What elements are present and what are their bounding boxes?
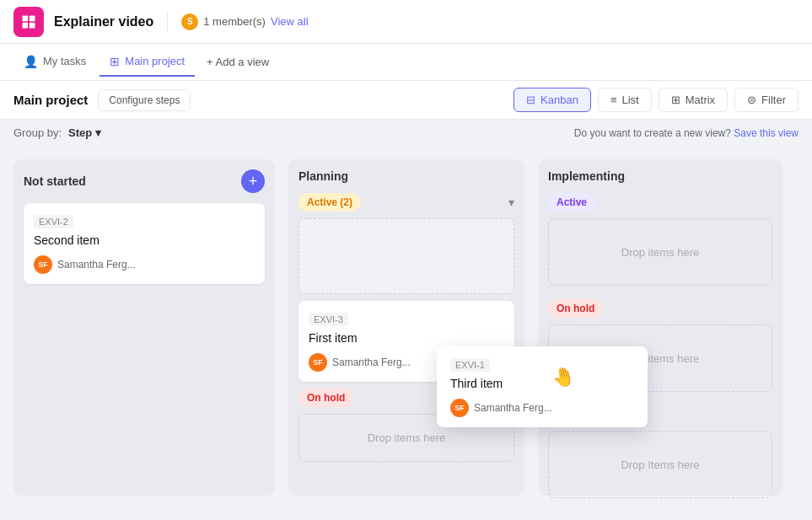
planning-active-header: Active (2) ▾ — [298, 193, 514, 212]
toolbar: Main project Configure steps ⊟ Kanban ≡ … — [0, 81, 812, 120]
group-by-label: Group by: — [13, 126, 62, 139]
tab-my-tasks[interactable]: 👤 My tasks — [13, 48, 96, 77]
column-not-started: Not started + EXVI-2 Second item SF Sama… — [13, 159, 275, 496]
implementing-active-drop-text: Drop items here — [621, 246, 699, 259]
filter-label: Filter — [761, 94, 786, 106]
top-bar: Explainer video S 1 member(s) View all — [0, 0, 812, 44]
step-label: Step — [68, 126, 92, 139]
list-icon: ≡ — [610, 94, 617, 106]
column-planning-header: Planning — [298, 169, 514, 183]
popup-avatar-name: Samantha Ferg... — [474, 402, 552, 414]
popup-avatar-sf: SF — [450, 399, 469, 417]
member-count: 1 member(s) — [203, 15, 266, 28]
planning-active-chevron[interactable]: ▾ — [508, 196, 514, 209]
chevron-down-icon: ▾ — [95, 126, 101, 139]
column-not-started-title: Not started — [24, 174, 86, 188]
grid-icon: ⊞ — [110, 55, 120, 68]
app-logo — [13, 7, 44, 37]
card-title-exvi2: Second item — [34, 233, 255, 247]
implementing-onhold-badge: On hold — [548, 299, 603, 318]
popup-card-id: EXVI-1 — [450, 358, 490, 372]
card-title-exvi3: First item — [309, 331, 504, 345]
main-project-label: Main project — [125, 55, 185, 67]
filter-button[interactable]: ⊜ Filter — [734, 88, 799, 112]
toolbar-right: ⊟ Kanban ≡ List ⊞ Matrix ⊜ Filter — [514, 88, 799, 112]
card-placeholder — [298, 218, 514, 294]
popup-card-avatar: SF Samantha Ferg... — [450, 399, 634, 417]
tab-main-project[interactable]: ⊞ Main project — [99, 48, 195, 77]
card-avatar-exvi2: SF Samantha Ferg... — [34, 255, 255, 274]
matrix-icon: ⊞ — [671, 94, 680, 106]
planning-onhold-badge: On hold — [298, 389, 353, 407]
project-title: Explainer video — [54, 14, 153, 29]
card-exvi-2[interactable]: EXVI-2 Second item SF Samantha Ferg... — [24, 203, 265, 284]
svg-rect-0 — [23, 15, 29, 21]
group-bar: Group by: Step ▾ Do you want to create a… — [0, 120, 812, 146]
kanban-view-button[interactable]: ⊟ Kanban — [514, 88, 591, 112]
implementing-done-drop-text: Drop Items here — [621, 458, 699, 471]
avatar-name-exvi2: Samantha Ferg... — [57, 259, 136, 271]
implementing-active-badge: Active — [548, 193, 595, 212]
column-not-started-header: Not started + — [24, 169, 265, 193]
column-implementing-header: Implementing — [548, 169, 772, 183]
svg-rect-1 — [30, 15, 35, 21]
avatar-name-exvi3: Samantha Ferg... — [332, 356, 411, 368]
list-view-button[interactable]: ≡ List — [598, 88, 652, 112]
popup-card-title: Third item — [450, 377, 634, 390]
matrix-view-button[interactable]: ⊞ Matrix — [659, 88, 728, 112]
add-view-label: + Add a view — [207, 56, 269, 68]
popup-card-exvi1[interactable]: EXVI-1 Third item SF Samantha Ferg... — [437, 346, 648, 427]
avatar-sf: SF — [34, 255, 52, 274]
column-implementing: Implementing Active Drop items here On h… — [538, 159, 782, 496]
kanban-label: Kanban — [540, 94, 578, 106]
view-all-link[interactable]: View all — [271, 15, 309, 28]
list-label: List — [621, 94, 638, 106]
add-card-not-started-button[interactable]: + — [241, 169, 265, 193]
my-tasks-label: My tasks — [43, 55, 86, 67]
implementing-active-drop[interactable]: Drop items here — [548, 218, 772, 286]
svg-rect-3 — [30, 22, 35, 28]
divider — [167, 12, 168, 32]
save-view-hint: Do you want to create a new view? Save t… — [574, 127, 799, 139]
configure-steps-button[interactable]: Configure steps — [98, 89, 191, 111]
matrix-label: Matrix — [686, 94, 715, 106]
column-implementing-title: Implementing — [548, 169, 625, 183]
save-view-link[interactable]: Save this view — [734, 127, 799, 139]
member-avatar: S — [181, 13, 198, 30]
card-id-exvi2: EXVI-2 — [34, 215, 73, 228]
implementing-onhold-header: On hold — [548, 299, 772, 318]
implementing-done-drop[interactable]: Drop Items here — [548, 431, 772, 498]
member-badge: S 1 member(s) View all — [181, 13, 308, 30]
nav-tabs: 👤 My tasks ⊞ Main project + Add a view — [0, 44, 812, 81]
avatar-sf-exvi3: SF — [309, 353, 327, 372]
column-planning-title: Planning — [298, 169, 348, 183]
kanban-icon: ⊟ — [526, 94, 535, 106]
card-id-exvi3: EXVI-3 — [309, 313, 348, 326]
group-step-selector[interactable]: Step ▾ — [68, 126, 101, 139]
filter-icon: ⊜ — [747, 94, 756, 106]
person-icon: 👤 — [24, 55, 38, 68]
toolbar-title: Main project — [13, 93, 88, 107]
kanban-board-wrapper: Not started + EXVI-2 Second item SF Sama… — [0, 146, 812, 509]
add-view-button[interactable]: + Add a view — [198, 51, 277, 73]
kanban-board: Not started + EXVI-2 Second item SF Sama… — [0, 146, 812, 509]
planning-active-badge: Active (2) — [298, 193, 361, 212]
svg-rect-2 — [23, 22, 29, 28]
column-planning: Planning Active (2) ▾ EXVI-3 First item … — [288, 159, 524, 496]
implementing-active-header: Active — [548, 193, 772, 212]
